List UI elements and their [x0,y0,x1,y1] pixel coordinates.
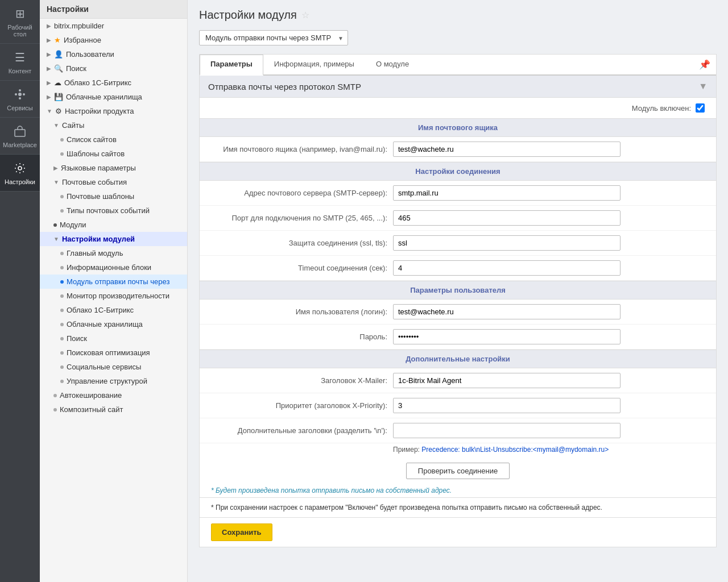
nav-item-main-module[interactable]: Главный модуль [40,246,187,260]
nav-item-autocache[interactable]: Автокеширование [40,388,187,402]
smtp-port-input[interactable] [393,210,621,226]
svg-rect-5 [15,130,25,136]
bullet-icon [60,252,64,255]
module-enabled-checkbox[interactable] [696,103,705,113]
tab-info[interactable]: Информация, примеры [263,55,365,76]
form-row-login: Имя пользователя (логин): [200,300,716,325]
content-icon: ☰ [12,49,28,65]
nav-item-cloud2[interactable]: Облако 1С-Битрикс [40,303,187,317]
svg-point-2 [19,97,21,99]
nav-item-social[interactable]: Социальные сервисы [40,360,187,374]
nav-item-modules[interactable]: Модули [40,218,187,232]
timeout-input-wrapper [393,260,621,276]
mailbox-name-input-wrapper [393,142,621,157]
priority-input[interactable] [393,398,621,413]
nav-item-cloud[interactable]: ▶ ☁ Облако 1С-Битрикс [40,76,187,90]
module-select[interactable]: Модуль отправки почты через SMTP [199,30,348,45]
bullet-icon [60,152,64,156]
star-icon: ★ [54,36,61,44]
arrow-down-icon: ▼ [53,122,59,128]
extra-headers-label: Дополнительные заголовки (разделить '\n'… [211,426,393,435]
nav-item-cloudstorage2[interactable]: Облачные хранилища [40,317,187,331]
svg-point-6 [18,167,22,170]
nav-item-search[interactable]: ▶ 🔍 Поиск [40,61,187,76]
nav-item-users[interactable]: ▶ 👤 Пользователи [40,47,187,61]
xmailer-input[interactable] [393,373,621,388]
test-connection-button[interactable]: Проверить соединение [406,463,510,479]
tab-about[interactable]: О модуле [365,55,420,76]
desktop-icon: ⊞ [12,6,28,22]
nav-item-mail-templates[interactable]: Почтовые шаблоны [40,189,187,203]
page-title-row: Настройки модуля ☆ [199,9,717,22]
nav-header: Настройки [40,0,187,19]
section-collapse-icon[interactable]: ▼ [698,81,708,92]
action-row: Сохранить [199,518,717,547]
svg-point-4 [23,93,25,95]
svg-point-0 [18,93,22,96]
example-link[interactable]: Precedence: bulk\nList-Unsubscribe:<myma… [421,446,609,454]
extra-headers-input-wrapper [393,423,621,438]
priority-input-wrapper [393,398,621,413]
nav-item-favorites[interactable]: ▶ ★ Избранное [40,33,187,47]
login-input[interactable] [393,304,621,319]
bullet-icon [60,351,64,355]
sidebar-item-content[interactable]: ☰ Контент [0,44,40,81]
arrow-down-icon: ▼ [47,108,52,114]
subsection-connection: Настройки соединения [200,162,716,181]
sidebar-item-marketplace[interactable]: Marketplace [0,118,40,155]
nav-item-search2[interactable]: Поиск [40,331,187,346]
nav-item-sites[interactable]: ▼ Сайты [40,118,187,132]
login-label: Имя пользователя (логин): [211,307,393,316]
bullet-icon [60,266,64,269]
nav-item-composite[interactable]: Композитный сайт [40,402,187,417]
test-connection-row: Проверить соединение [200,458,716,484]
password-label: Пароль: [211,332,393,341]
nav-item-mail-event-types[interactable]: Типы почтовых событий [40,203,187,218]
smtp-server-label: Адрес почтового сервера (SMTP-сервер): [211,189,393,197]
smtp-server-input[interactable] [393,185,621,201]
arrow-down-icon: ▼ [53,179,59,185]
section-title: Отправка почты через протокол SMTP [208,82,361,92]
bullet-icon [60,195,64,198]
tab-params[interactable]: Параметры [200,55,263,76]
nav-item-structure[interactable]: Управление структурой [40,374,187,388]
nav-item-product-settings[interactable]: ▼ ⚙ Настройки продукта [40,104,187,118]
arrow-icon: ▶ [47,51,51,57]
pin-icon[interactable]: 📌 [693,55,716,74]
form-row-extra-headers: Дополнительные заголовки (разделить '\n'… [200,418,716,443]
password-input-wrapper [393,329,621,344]
services-icon [12,86,28,102]
save-button[interactable]: Сохранить [211,523,272,541]
arrow-down-icon: ▼ [53,236,59,242]
nav-item-mpbuilder[interactable]: ▶ bitrix.mpbuilder [40,19,187,33]
nav-item-sites-templates[interactable]: Шаблоны сайтов [40,147,187,161]
password-input[interactable] [393,329,621,344]
sidebar-item-services[interactable]: Сервисы [0,81,40,118]
extra-headers-input[interactable] [393,423,621,438]
form-row-priority: Приоритет (заголовок X-Priority): [200,393,716,418]
nav-item-mail-events[interactable]: ▼ Почтовые события [40,175,187,189]
favorite-star-icon[interactable]: ☆ [301,10,309,20]
nav-item-seo[interactable]: Поисковая оптимизация [40,346,187,360]
nav-item-lang[interactable]: ▶ Языковые параметры [40,161,187,175]
module-select-wrapper: Модуль отправки почты через SMTP [199,30,348,45]
sidebar-item-desktop[interactable]: ⊞ Рабочий стол [0,0,40,44]
mailbox-name-input[interactable] [393,142,621,157]
form-row-mailbox-name: Имя почтового ящика (например, ivan@mail… [200,137,716,162]
ssl-input[interactable] [393,235,621,251]
nav-item-smtp-module[interactable]: Модуль отправки почты через [40,275,187,289]
main-content: Настройки модуля ☆ Модуль отправки почты… [188,0,728,582]
nav-item-iblocks[interactable]: Информационные блоки [40,260,187,275]
bullet-icon [60,365,64,369]
svg-point-1 [19,89,21,92]
example-text-row: Пример: Precedence: bulk\nList-Unsubscri… [200,443,716,458]
nav-item-cloudstorage[interactable]: ▶ 💾 Облачные хранилища [40,90,187,104]
timeout-input[interactable] [393,260,621,276]
sidebar-item-settings[interactable]: Настройки [0,155,40,192]
bullet-icon [60,138,64,142]
form-row-ssl: Защита соединения (ssl, tls): [200,231,716,256]
xmailer-input-wrapper [393,373,621,388]
nav-item-module-settings[interactable]: ▼ Настройки модулей [40,232,187,246]
nav-item-sites-list[interactable]: Список сайтов [40,132,187,147]
nav-item-performance[interactable]: Монитор производительности [40,289,187,303]
